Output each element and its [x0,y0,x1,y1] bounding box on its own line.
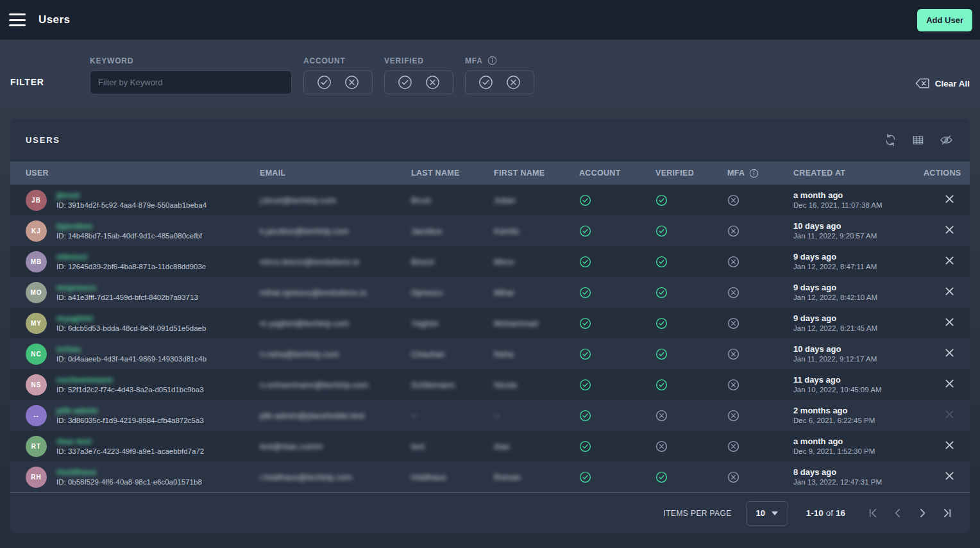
keyword-search-input[interactable] [90,71,292,94]
created-relative: 9 days ago [793,283,924,293]
last-page-icon[interactable] [942,508,953,519]
info-icon [749,169,759,178]
column-header-user: USER [26,169,260,178]
user-cell: RT rbac-test ID: 337a3e7c-4223-49f9-a9e1… [26,436,260,457]
menu-icon[interactable] [9,13,26,26]
user-cell: -- plik-admin ID: 3d86035c-f1d9-4219-858… [26,405,260,426]
items-per-page-select[interactable]: 10 [746,501,788,526]
created-date: Jan 10, 2022, 10:45:09 AM [793,385,924,395]
verified-filter-label: VERIFIED [384,56,453,65]
username: rbac-test [56,436,204,446]
cross-circle-icon [727,440,793,453]
account-yes-button[interactable] [317,75,332,90]
created-date: Jan 11, 2022, 9:20:57 AM [793,231,924,241]
account-filter-toggle [303,71,373,94]
table-row[interactable]: -- plik-admin ID: 3d86035c-f1d9-4219-858… [10,400,970,431]
prev-page-icon[interactable] [892,508,903,519]
close-icon[interactable] [945,471,954,481]
user-cell: NS nschoenmann ID: 52f1d2c2-f74c-4d43-8a… [26,374,260,395]
refresh-icon[interactable] [884,133,897,147]
close-icon[interactable] [945,348,954,358]
check-circle-icon [655,348,727,360]
first-name-cell: Roman [494,472,579,482]
close-icon[interactable] [945,256,954,265]
check-circle-icon [579,286,655,299]
check-circle-icon [655,194,727,206]
created-date: Dec 9, 2021, 1:52:30 PM [793,447,924,456]
email-cell: n.neha@techtrip.com [260,349,411,359]
first-name-cell: Karolis [494,226,579,236]
first-name-cell: Julian [494,195,579,205]
close-icon[interactable] [945,440,954,450]
first-name-cell: Mohammad [494,319,579,328]
cross-circle-icon [727,256,793,268]
check-circle-icon [655,256,727,268]
check-circle-icon [579,471,655,483]
close-icon[interactable] [945,225,954,235]
username: kjacobus [56,221,202,231]
check-circle-icon [655,286,727,299]
last-name-cell: Schliemann [411,380,494,390]
table-row[interactable]: MO moprescu ID: a41e3fff-7d21-459d-bfcf-… [10,277,970,308]
check-circle-icon [579,317,655,329]
last-name-cell: Holdhaus [411,472,494,482]
close-icon[interactable] [945,194,954,204]
created-at-cell: 10 days ago Jan 11, 2022, 9:12:17 AM [793,344,924,364]
page-title: Users [38,13,70,26]
filter-label: FILTER [10,77,90,87]
cross-circle-icon [727,286,793,299]
created-at-cell: 10 days ago Jan 11, 2022, 9:20:57 AM [793,221,924,241]
email-cell: j.brust@techtrip.com [260,195,411,205]
last-name-cell: Yaghini [411,319,494,328]
email-cell: test@rbac.comm [260,442,411,451]
verified-no-button[interactable] [425,75,440,90]
avatar: RH [26,467,47,488]
cross-circle-icon [727,317,793,329]
created-at-cell: 9 days ago Jan 12, 2022, 8:42:10 AM [793,283,924,303]
top-navbar: Users Add User [0,0,980,40]
close-icon[interactable] [945,410,954,419]
table-view-icon[interactable] [912,133,924,147]
avatar: MO [26,282,47,303]
table-row[interactable]: MB mbrezzi ID: 12645d39-2bf6-4ba8-871a-1… [10,246,970,277]
eye-off-icon[interactable] [940,133,953,147]
username: jbrust [56,190,207,200]
username: nschoenmann [56,375,204,385]
verified-yes-button[interactable] [398,75,412,90]
check-circle-icon [579,410,655,422]
username: myaghini [56,313,206,323]
close-icon[interactable] [945,379,954,388]
check-circle-icon [579,256,655,268]
mfa-no-button[interactable] [506,75,521,90]
cross-circle-icon [727,379,793,391]
verified-filter-group: VERIFIED [384,56,453,94]
username: moprescu [56,283,198,292]
close-icon[interactable] [945,286,954,296]
add-user-button[interactable]: Add User [917,9,972,31]
avatar: KJ [26,220,47,242]
account-no-button[interactable] [344,75,359,90]
mfa-yes-button[interactable] [478,75,493,90]
table-row[interactable]: NC nchau ID: 0d4aaeeb-4d3f-4a41-9869-149… [10,338,970,369]
table-row[interactable]: MY myaghini ID: 6dcb5d53-bdda-48cd-8e3f-… [10,308,970,338]
column-header-mfa: MFA [727,169,793,178]
table-row[interactable]: JB jbrust ID: 391b4d2f-5c92-4aa4-879e-55… [10,185,970,215]
table-row[interactable]: RH rholdhaus ID: 0b58f529-4ff6-40a8-98c1… [10,461,970,492]
close-icon[interactable] [945,317,954,327]
first-page-icon[interactable] [867,508,878,519]
users-card: USERS USEREMAILLAST NAMEFIRST NAMEACCOUN… [10,119,970,533]
first-name-cell: rbac [494,442,579,451]
created-at-cell: 9 days ago Jan 12, 2022, 8:47:11 AM [793,252,924,272]
cross-circle-icon [655,410,727,422]
next-page-icon[interactable] [917,508,928,519]
email-cell: mihai.oprescu@evolutions.io [260,288,411,297]
clear-all-button[interactable]: Clear All [915,78,970,89]
column-header-last-name: LAST NAME [411,169,494,178]
created-relative: 10 days ago [793,344,924,354]
table-row[interactable]: RT rbac-test ID: 337a3e7c-4223-49f9-a9e1… [10,431,970,461]
created-at-cell: a month ago Dec 16, 2021, 11:07:38 AM [793,190,924,210]
users-card-title: USERS [26,135,60,145]
items-per-page-label: ITEMS PER PAGE [664,509,732,518]
table-row[interactable]: KJ kjacobus ID: 14b48bd7-15ab-40df-9d1c-… [10,215,970,246]
table-row[interactable]: NS nschoenmann ID: 52f1d2c2-f74c-4d43-8a… [10,369,970,400]
